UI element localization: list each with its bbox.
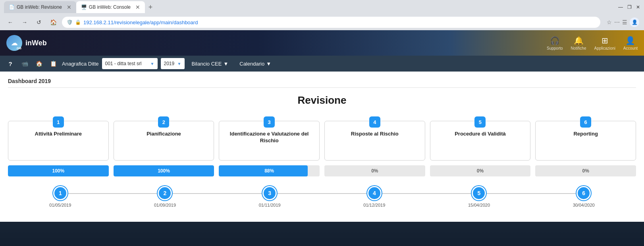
notifiche-label: Notifiche	[571, 46, 586, 50]
bell-icon: 🔔	[574, 36, 584, 45]
address-text: 192.168.2.11/revisionelegale/app/main/da…	[83, 19, 198, 25]
bookmark-icon[interactable]: ☆	[607, 19, 612, 25]
minimize-button[interactable]: —	[618, 4, 623, 10]
cards-grid: 1 Attività Preliminare 2 Pianificazione …	[8, 114, 636, 161]
company-value: 001 - ditta test srl	[105, 61, 142, 66]
timeline-item-2: 2 01/09/2019	[113, 186, 218, 207]
dashboard-container: Dashboard 2019 Revisione 1 Attività Prel…	[0, 72, 644, 222]
progress-bar-5: 0%	[430, 165, 531, 176]
progress-label-1: 100%	[52, 168, 64, 174]
profile-icon[interactable]: 👤	[630, 17, 639, 27]
grid-icon: ⊞	[602, 36, 608, 45]
close-button[interactable]: ✕	[635, 4, 641, 10]
tab-label-1: GB inWeb: Revisione	[17, 4, 62, 10]
calendario-menu[interactable]: Calendario ▼	[235, 58, 275, 69]
account-button[interactable]: 👤 Account	[623, 36, 638, 50]
timeline-item-3: 3 01/11/2019	[217, 186, 322, 207]
progress-bar-2: 100%	[114, 165, 214, 176]
video-icon: 📹	[21, 60, 28, 67]
main-content: Dashboard 2019 Revisione 1 Attività Prel…	[0, 72, 644, 246]
timeline-item-1: 1 01/05/2019	[8, 186, 113, 207]
timeline-date-1: 01/05/2019	[49, 203, 71, 207]
card-title-5: Procedure di Validità	[455, 131, 506, 138]
tab-close-1[interactable]: ✕	[67, 4, 71, 10]
tab-label-2: GB inWeb: Console	[89, 4, 131, 10]
tab-console[interactable]: 🖥️ GB inWeb: Console ✕	[76, 1, 145, 13]
card-title-4: Risposte al Rischio	[351, 131, 399, 138]
card-title-6: Reporting	[573, 131, 598, 138]
card-title-2: Pianificazione	[147, 131, 181, 138]
address-input[interactable]: 🛡️ 🔒 192.168.2.11/revisionelegale/app/ma…	[62, 17, 600, 28]
forward-button[interactable]: →	[19, 17, 30, 28]
tab-favicon-2: 🖥️	[81, 4, 87, 10]
home-icon: 🏠	[36, 60, 42, 67]
document-icon: 📋	[50, 60, 57, 67]
header-right: 🎧 Supporto 🔔 Notifiche ⊞ Applicazioni 👤 …	[547, 36, 638, 50]
card-1[interactable]: 1 Attività Preliminare	[8, 121, 109, 161]
progress-bar-4: 0%	[324, 165, 425, 176]
timeline-circle-2: 2	[158, 186, 172, 200]
year-dropdown-arrow: ▼	[177, 62, 181, 66]
card-2[interactable]: 2 Pianificazione	[114, 121, 214, 161]
timeline-date-5: 15/04/2020	[468, 203, 490, 207]
progress-fill-3	[219, 165, 307, 176]
security-icon: 🛡️	[67, 19, 73, 25]
supporto-button[interactable]: 🎧 Supporto	[547, 36, 563, 50]
notifiche-button[interactable]: 🔔 Notifiche	[571, 36, 586, 50]
applicazioni-button[interactable]: ⊞ Applicazioni	[594, 36, 615, 50]
bilancio-menu[interactable]: Bilancio CEE ▼	[188, 58, 233, 69]
progress-grid: 100% 100% 88% 0% 0% 0%	[8, 165, 636, 176]
timeline-items: 1 01/05/2019 2 01/09/2019 3 01/11/2019 4…	[8, 186, 636, 207]
timeline-circle-4: 4	[367, 186, 382, 200]
background-area	[0, 222, 644, 246]
card-5[interactable]: 5 Procedure di Validità	[430, 121, 531, 161]
bilancio-arrow: ▼	[223, 61, 228, 67]
calendario-label: Calendario	[239, 61, 264, 67]
question-icon: ?	[8, 60, 12, 67]
card-badge-3: 3	[264, 116, 275, 128]
bilancio-label: Bilancio CEE	[192, 61, 222, 67]
applicazioni-label: Applicazioni	[594, 46, 615, 50]
card-badge-2: 2	[158, 116, 169, 128]
tab-revisione[interactable]: 📄 GB inWeb: Revisione ✕	[4, 1, 76, 13]
home-button[interactable]: 🏠	[33, 58, 44, 69]
menu-icon[interactable]: ☰	[622, 19, 627, 25]
account-label: Account	[623, 46, 638, 50]
progress-label-6: 0%	[582, 168, 589, 174]
timeline-date-3: 01/11/2019	[259, 203, 281, 207]
user-icon: 👤	[625, 36, 635, 45]
reload-button[interactable]: ↺	[33, 17, 44, 28]
tab-close-2[interactable]: ✕	[135, 4, 140, 10]
help-button[interactable]: ?	[5, 58, 16, 69]
back-button[interactable]: ←	[5, 17, 16, 28]
progress-bar-6: 0%	[535, 165, 636, 176]
gb-label: GB	[17, 46, 21, 50]
company-dropdown[interactable]: 001 - ditta test srl ▼	[102, 58, 158, 69]
extensions-icon[interactable]: ⋯	[614, 19, 620, 25]
logo-text: inWeb	[25, 39, 47, 47]
supporto-label: Supporto	[547, 46, 563, 50]
anagrafica-label: Anagrafica Ditte	[62, 61, 99, 67]
card-4[interactable]: 4 Risposte al Rischio	[324, 121, 425, 161]
browser-chrome: 📄 GB inWeb: Revisione ✕ 🖥️ GB inWeb: Con…	[0, 0, 644, 30]
card-6[interactable]: 6 Reporting	[535, 121, 636, 161]
maximize-button[interactable]: ❐	[627, 4, 632, 10]
app-header: ☁ GB inWeb 🎧 Supporto 🔔 Notifiche ⊞ Appl…	[0, 30, 644, 56]
progress-label-2: 100%	[158, 168, 170, 174]
timeline-wrapper: 1 01/05/2019 2 01/09/2019 3 01/11/2019 4…	[8, 183, 636, 214]
timeline-item-5: 5 15/04/2020	[427, 186, 532, 207]
progress-label-4: 0%	[371, 168, 378, 174]
video-button[interactable]: 📹	[19, 58, 30, 69]
year-dropdown[interactable]: 2019 ▼	[161, 58, 185, 69]
company-dropdown-arrow: ▼	[150, 62, 154, 66]
address-extra-icons: ☆ ⋯ ☰ 👤	[607, 17, 639, 27]
timeline-item-4: 4 01/12/2019	[322, 186, 427, 207]
home-nav-button[interactable]: 🏠	[48, 17, 59, 28]
card-3[interactable]: 3 Identificazione e Valutazione del Risc…	[219, 121, 320, 161]
card-badge-4: 4	[369, 116, 380, 128]
tab-add-button[interactable]: +	[145, 2, 156, 13]
timeline-circle-6: 6	[577, 186, 591, 200]
revisione-title: Revisione	[8, 94, 636, 107]
tab-favicon-1: 📄	[9, 4, 14, 10]
document-button[interactable]: 📋	[48, 58, 59, 69]
